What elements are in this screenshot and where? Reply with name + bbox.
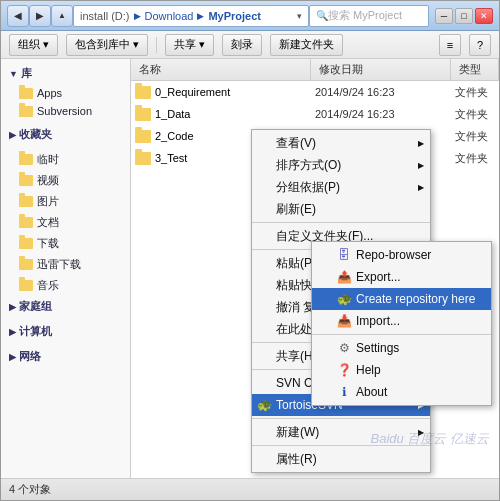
- folder-icon: [19, 106, 33, 117]
- menu-item-paste-label: 粘贴(P): [276, 255, 316, 272]
- repo-browser-icon: 🗄: [336, 247, 352, 263]
- sidebar-item-music[interactable]: 音乐: [1, 275, 130, 296]
- sidebar-item-apps-label: Apps: [37, 87, 62, 99]
- col-header-date[interactable]: 修改日期: [311, 59, 451, 80]
- sidebar-group-library[interactable]: ▼ 库: [1, 63, 130, 84]
- file-type-1: 文件夹: [455, 107, 495, 122]
- submenu-item-help[interactable]: ❓ Help: [312, 359, 491, 381]
- submenu-item-import[interactable]: 📥 Import...: [312, 310, 491, 332]
- view-button[interactable]: ≡: [439, 34, 461, 56]
- back-button[interactable]: ◀: [7, 5, 29, 27]
- submenu-item-settings[interactable]: ⚙ Settings: [312, 337, 491, 359]
- sidebar-item-subversion[interactable]: Subversion: [1, 102, 130, 120]
- folder-icon: [19, 217, 33, 228]
- toolbar-separator-1: [156, 37, 157, 53]
- sidebar-group-computer[interactable]: ▶ 计算机: [1, 321, 130, 342]
- chevron-icon: ▶: [9, 352, 16, 362]
- address-bar[interactable]: install (D:) ▶ Download ▶ MyProject ▾: [73, 5, 309, 27]
- folder-icon: [19, 280, 33, 291]
- sidebar-section-computer: ▶ 计算机: [1, 321, 130, 342]
- title-bar: ◀ ▶ ▲ install (D:) ▶ Download ▶ MyProjec…: [1, 1, 499, 31]
- menu-item-view[interactable]: 查看(V) ▶: [252, 132, 430, 154]
- sidebar-item-downloads-label: 下载: [37, 236, 59, 251]
- sidebar-item-docs-label: 文档: [37, 215, 59, 230]
- submenu-item-create-repo[interactable]: 🐢 Create repository here: [312, 288, 491, 310]
- folder-icon: [135, 108, 151, 121]
- sidebar-item-subversion-label: Subversion: [37, 105, 92, 117]
- submenu-item-export[interactable]: 📤 Export...: [312, 266, 491, 288]
- address-part-myproject: MyProject: [208, 10, 261, 22]
- folder-icon: [19, 259, 33, 270]
- sidebar-item-video[interactable]: 视频: [1, 170, 130, 191]
- menu-item-group-label: 分组依据(P): [276, 179, 340, 196]
- chevron-icon: ▶: [9, 302, 16, 312]
- sidebar-group-library-label: 库: [21, 66, 32, 81]
- menu-separator: [252, 418, 430, 419]
- burn-button[interactable]: 刻录: [222, 34, 262, 56]
- maximize-button[interactable]: □: [455, 8, 473, 24]
- sidebar-item-video-label: 视频: [37, 173, 59, 188]
- sidebar-item-apps[interactable]: Apps: [1, 84, 130, 102]
- sidebar-item-downloads[interactable]: 下载: [1, 233, 130, 254]
- sidebar-item-docs[interactable]: 文档: [1, 212, 130, 233]
- sidebar-group-favorites-label: 收藏夹: [19, 127, 52, 142]
- table-row[interactable]: 1_Data 2014/9/24 16:23 文件夹: [131, 103, 499, 125]
- submenu-item-help-label: Help: [356, 363, 381, 377]
- menu-item-new[interactable]: 新建(W) ▶: [252, 421, 430, 443]
- folder-icon: [135, 152, 151, 165]
- menu-item-sort[interactable]: 排序方式(O) ▶: [252, 154, 430, 176]
- search-bar[interactable]: 🔍 搜索 MyProject: [309, 5, 429, 27]
- file-name-3: 3_Test: [155, 152, 187, 164]
- library-button[interactable]: 包含到库中 ▾: [66, 34, 148, 56]
- address-part-install: install (D:): [80, 10, 130, 22]
- tortoisesvn-submenu: 🗄 Repo-browser 📤 Export... 🐢 Create repo…: [311, 241, 492, 406]
- arrow-icon: ▶: [418, 428, 424, 437]
- about-icon: ℹ: [336, 384, 352, 400]
- col-header-name[interactable]: 名称: [131, 59, 311, 80]
- menu-item-group[interactable]: 分组依据(P) ▶: [252, 176, 430, 198]
- sidebar-group-homegroup[interactable]: ▶ 家庭组: [1, 296, 130, 317]
- new-folder-button[interactable]: 新建文件夹: [270, 34, 343, 56]
- submenu-item-about[interactable]: ℹ About: [312, 381, 491, 403]
- minimize-button[interactable]: ─: [435, 8, 453, 24]
- file-date-1: 2014/9/24 16:23: [315, 108, 455, 120]
- sidebar-item-pictures[interactable]: 图片: [1, 191, 130, 212]
- file-type-0: 文件夹: [455, 85, 495, 100]
- up-button[interactable]: ▲: [51, 5, 73, 27]
- sidebar-section-network: ▶ 网络: [1, 346, 130, 367]
- search-icon: 🔍: [316, 10, 328, 21]
- folder-icon: [135, 86, 151, 99]
- sidebar-group-favorites[interactable]: ▶ 收藏夹: [1, 124, 130, 145]
- folder-icon: [135, 130, 151, 143]
- table-row[interactable]: 0_Requirement 2014/9/24 16:23 文件夹: [131, 81, 499, 103]
- settings-icon: ⚙: [336, 340, 352, 356]
- sidebar-group-network[interactable]: ▶ 网络: [1, 346, 130, 367]
- share-button[interactable]: 共享 ▾: [165, 34, 214, 56]
- address-dropdown-icon[interactable]: ▾: [297, 11, 302, 21]
- chevron-icon: ▶: [9, 327, 16, 337]
- sidebar-section-homegroup: ▶ 家庭组: [1, 296, 130, 317]
- forward-button[interactable]: ▶: [29, 5, 51, 27]
- folder-icon: [19, 175, 33, 186]
- close-button[interactable]: ✕: [475, 8, 493, 24]
- folder-icon: [19, 88, 33, 99]
- address-sep-2: ▶: [197, 11, 204, 21]
- file-type-3: 文件夹: [455, 151, 495, 166]
- submenu-item-repo-browser[interactable]: 🗄 Repo-browser: [312, 244, 491, 266]
- sidebar-section-favorites: ▶ 收藏夹: [1, 124, 130, 145]
- folder-icon: [19, 154, 33, 165]
- sidebar-item-linshi[interactable]: 临时: [1, 149, 130, 170]
- address-sep-1: ▶: [134, 11, 141, 21]
- sidebar-item-thunder-dl[interactable]: 迅雷下载: [1, 254, 130, 275]
- menu-item-properties[interactable]: 属性(R): [252, 448, 430, 470]
- menu-item-properties-label: 属性(R): [276, 451, 317, 468]
- file-name-0: 0_Requirement: [155, 86, 230, 98]
- col-header-type[interactable]: 类型: [451, 59, 499, 80]
- sidebar-group-computer-label: 计算机: [19, 324, 52, 339]
- file-list-header: 名称 修改日期 类型: [131, 59, 499, 81]
- menu-item-refresh[interactable]: 刷新(E): [252, 198, 430, 220]
- file-type-2: 文件夹: [455, 129, 495, 144]
- help-button[interactable]: ?: [469, 34, 491, 56]
- organize-button[interactable]: 组织 ▾: [9, 34, 58, 56]
- submenu-item-repo-browser-label: Repo-browser: [356, 248, 431, 262]
